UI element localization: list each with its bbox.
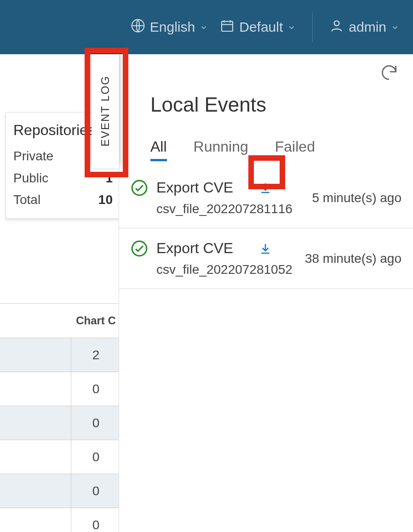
panel-title: Local Events — [119, 54, 413, 116]
refresh-button[interactable] — [379, 62, 399, 85]
table-cell-left — [0, 474, 71, 508]
table-cell-left — [0, 338, 71, 372]
event-name: Export CVE — [156, 240, 233, 257]
success-icon — [131, 240, 148, 259]
table-row: 0 — [0, 440, 120, 474]
repo-label: Private — [13, 145, 53, 167]
user-label: admin — [349, 19, 386, 35]
event-list: Export CVEcsv_file_2022072811165 minute(… — [119, 161, 413, 289]
calendar-icon — [220, 18, 235, 36]
success-icon — [131, 179, 148, 198]
event-name: Export CVE — [156, 179, 233, 196]
repo-label: Total — [13, 189, 40, 211]
language-selector[interactable]: English — [131, 18, 208, 36]
tab-failed[interactable]: Failed — [275, 138, 315, 161]
svg-point-2 — [334, 21, 339, 26]
tab-running[interactable]: Running — [194, 138, 248, 161]
event-file: csv_file_202207281116 — [156, 202, 304, 216]
theme-selector[interactable]: Default — [220, 18, 296, 36]
event-log-drawer: EVENT LOG Local Events AllRunningFailed … — [119, 54, 413, 532]
user-menu[interactable]: admin — [329, 18, 399, 36]
chevron-down-icon — [200, 19, 208, 35]
event-item: Export CVEcsv_file_20220728105238 minute… — [119, 228, 413, 289]
table-row: 0 — [0, 508, 120, 532]
tab-all[interactable]: All — [150, 138, 167, 161]
table-cell-value: 0 — [71, 440, 120, 474]
theme-label: Default — [239, 19, 283, 35]
table-header-right: Chart C — [71, 314, 120, 327]
table-row: 2 — [0, 338, 120, 372]
svg-point-3 — [132, 181, 147, 195]
table-cell-left — [0, 372, 71, 406]
event-body: Export CVEcsv_file_202207281052 — [156, 240, 297, 277]
table-cell-left — [0, 406, 71, 440]
table-cell-value: 2 — [71, 338, 120, 372]
table-row: 0 — [0, 372, 120, 406]
chevron-down-icon — [391, 19, 399, 35]
repo-value: 1 — [105, 167, 113, 189]
event-file: csv_file_202207281052 — [156, 262, 297, 277]
event-item: Export CVEcsv_file_2022072811165 minute(… — [119, 168, 413, 228]
repo-label: Public — [13, 167, 48, 189]
event-tabs: AllRunningFailed — [119, 116, 413, 161]
event-time: 38 minute(s) ago — [305, 251, 402, 266]
chevron-down-icon — [287, 19, 296, 35]
user-icon — [329, 18, 344, 36]
repo-row: Public1 — [13, 167, 113, 189]
language-label: English — [150, 19, 195, 35]
top-bar: English Default admin — [0, 0, 413, 54]
download-button[interactable] — [258, 242, 272, 255]
table-cell-left — [0, 440, 71, 474]
event-log-tab-label: EVENT LOG — [99, 76, 112, 147]
svg-point-4 — [132, 241, 147, 256]
table-row: 0 — [0, 406, 120, 440]
chart-table: Chart C 200000 — [0, 303, 120, 532]
svg-rect-1 — [222, 21, 233, 31]
table-cell-value: 0 — [71, 406, 120, 440]
event-time: 5 minute(s) ago — [312, 191, 402, 205]
table-cell-value: 0 — [71, 474, 120, 508]
download-button[interactable] — [258, 181, 272, 195]
table-header: Chart C — [0, 304, 120, 338]
table-row: 0 — [0, 474, 120, 508]
header-divider — [312, 12, 313, 42]
table-cell-left — [0, 508, 71, 532]
globe-icon — [131, 18, 145, 36]
table-cell-value: 0 — [71, 508, 120, 532]
event-body: Export CVEcsv_file_202207281116 — [156, 179, 304, 216]
table-cell-value: 0 — [71, 372, 120, 406]
repo-row: Total10 — [13, 189, 113, 211]
event-log-tab-handle[interactable]: EVENT LOG — [92, 54, 119, 168]
repo-value: 10 — [98, 189, 113, 211]
